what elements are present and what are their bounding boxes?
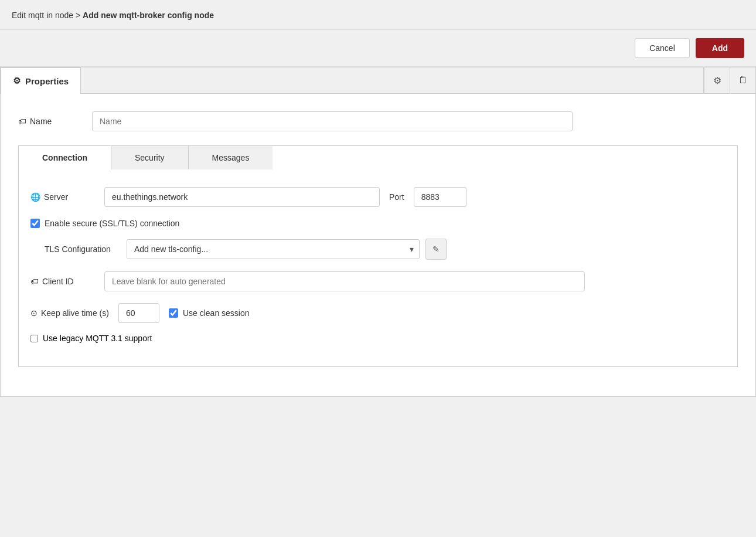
doc-icon-tab: 🗒	[738, 75, 748, 86]
content-area: 🏷 Name Connection Security Messages 🌐	[1, 94, 755, 396]
connection-tab-content: 🌐 Server Port Enable secure (SSL/TLS) co…	[18, 169, 738, 367]
tls-label: TLS Configuration	[45, 244, 121, 254]
ssl-label[interactable]: Enable secure (SSL/TLS) connection	[45, 219, 179, 228]
clock-icon: ⊙	[30, 308, 38, 318]
action-bar: Cancel Add	[0, 30, 756, 67]
keep-alive-row: ⊙ Keep alive time (s) Use clean session	[30, 303, 726, 323]
legacy-checkbox[interactable]	[30, 335, 38, 342]
cancel-button[interactable]: Cancel	[635, 38, 690, 58]
gear-icon: ⚙	[13, 76, 21, 86]
breadcrumb-prefix: Edit mqtt in node >	[12, 11, 80, 20]
top-bar: Edit mqtt in node > Add new mqtt-broker …	[0, 0, 756, 30]
sub-tabs: Connection Security Messages	[18, 145, 738, 169]
port-input[interactable]	[414, 187, 466, 207]
keep-alive-label: ⊙ Keep alive time (s)	[30, 308, 109, 318]
client-id-label: 🏷 Client ID	[30, 277, 95, 286]
tls-row: TLS Configuration Add new tls-config... …	[30, 239, 726, 260]
tab-connection[interactable]: Connection	[19, 146, 111, 170]
properties-tab-label: Properties	[25, 76, 69, 86]
tab-icons: ⚙ 🗒	[703, 67, 755, 93]
tab-icon-gear[interactable]: ⚙	[704, 67, 730, 93]
legacy-label[interactable]: Use legacy MQTT 3.1 support	[43, 334, 152, 343]
clean-session-label[interactable]: Use clean session	[183, 308, 250, 318]
tls-config-select[interactable]: Add new tls-config...	[127, 239, 420, 259]
main-panel: ⚙ Properties ⚙ 🗒 🏷 Name Connection	[0, 67, 756, 397]
tab-properties[interactable]: ⚙ Properties	[1, 67, 81, 94]
client-id-input[interactable]	[104, 271, 585, 291]
tab-messages[interactable]: Messages	[189, 146, 273, 169]
server-input[interactable]	[104, 187, 380, 207]
ssl-checkbox-row: Enable secure (SSL/TLS) connection	[30, 219, 726, 228]
tag-icon: 🏷	[18, 117, 26, 126]
tls-select-wrapper: Add new tls-config...	[127, 239, 420, 259]
breadcrumb-title: Add new mqtt-broker config node	[83, 11, 214, 20]
pencil-icon: ✎	[433, 244, 440, 254]
clean-session-row: Use clean session	[169, 308, 250, 318]
tab-header: ⚙ Properties ⚙ 🗒	[1, 67, 755, 94]
server-label: 🌐 Server	[30, 192, 95, 202]
name-field-row: 🏷 Name	[18, 111, 738, 131]
globe-icon: 🌐	[30, 192, 40, 202]
ssl-checkbox[interactable]	[30, 219, 40, 228]
client-id-row: 🏷 Client ID	[30, 271, 726, 291]
tag-icon-client: 🏷	[30, 277, 39, 286]
keep-alive-input[interactable]	[118, 303, 159, 323]
gear-icon-tab: ⚙	[713, 75, 721, 86]
name-input[interactable]	[92, 111, 573, 131]
name-label: 🏷 Name	[18, 117, 83, 126]
clean-session-checkbox[interactable]	[169, 308, 178, 318]
tab-icon-doc[interactable]: 🗒	[730, 67, 755, 93]
legacy-row: Use legacy MQTT 3.1 support	[30, 334, 726, 343]
tls-edit-button[interactable]: ✎	[425, 239, 447, 260]
add-button[interactable]: Add	[696, 38, 744, 58]
server-row: 🌐 Server Port	[30, 187, 726, 207]
port-label: Port	[389, 192, 404, 202]
tab-security[interactable]: Security	[111, 146, 189, 169]
breadcrumb: Edit mqtt in node > Add new mqtt-broker …	[12, 11, 214, 20]
